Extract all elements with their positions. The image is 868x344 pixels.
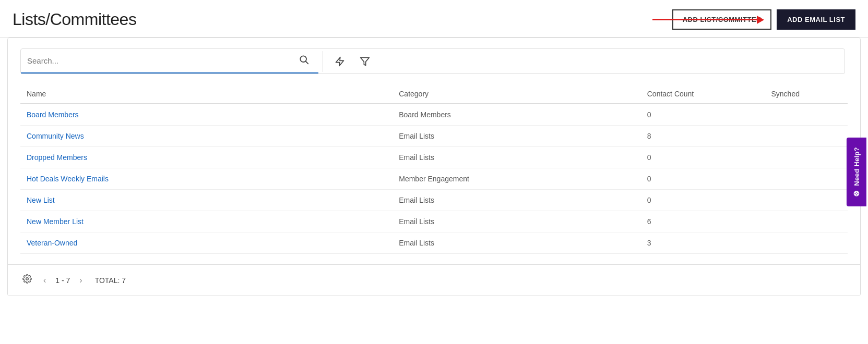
row-category-cell: Member Engagement bbox=[393, 168, 641, 190]
header-buttons: ADD LIST/COMMITTEE ADD EMAIL LIST bbox=[672, 9, 855, 30]
col-header-name: Name bbox=[20, 84, 393, 104]
svg-point-3 bbox=[26, 278, 29, 280]
search-bar-container bbox=[20, 48, 845, 74]
row-name-cell[interactable]: Community News bbox=[20, 126, 393, 147]
table-row: Community NewsEmail Lists8 bbox=[20, 126, 848, 147]
search-input-wrapper bbox=[21, 49, 318, 73]
row-synched-cell bbox=[765, 147, 848, 168]
page-title: Lists/Committees bbox=[13, 10, 136, 29]
row-name-cell[interactable]: Board Members bbox=[20, 104, 393, 126]
need-help-tab[interactable]: ⊗ Need Help? bbox=[847, 138, 866, 206]
lightning-icon bbox=[335, 56, 345, 67]
row-synched-cell bbox=[765, 190, 848, 211]
page-total: TOTAL: 7 bbox=[95, 276, 126, 285]
table-row: Hot Deals Weekly EmailsMember Engagement… bbox=[20, 168, 848, 190]
row-category-cell: Board Members bbox=[393, 104, 641, 126]
table-header-row: Name Category Contact Count Synched bbox=[20, 84, 848, 104]
search-section bbox=[8, 38, 860, 74]
row-contact-count-cell: 6 bbox=[641, 211, 765, 232]
next-page-button[interactable]: › bbox=[75, 274, 86, 287]
row-contact-count-cell: 8 bbox=[641, 126, 765, 147]
row-name-cell[interactable]: Dropped Members bbox=[20, 147, 393, 168]
lists-table: Name Category Contact Count Synched Boar… bbox=[20, 84, 848, 254]
lightning-icon-button[interactable] bbox=[327, 52, 352, 71]
table-row: New Member ListEmail Lists6 bbox=[20, 211, 848, 232]
row-synched-cell bbox=[765, 211, 848, 232]
table-row: Dropped MembersEmail Lists0 bbox=[20, 147, 848, 168]
row-contact-count-cell: 3 bbox=[641, 232, 765, 254]
filter-icon-button[interactable] bbox=[352, 52, 377, 71]
row-name-cell[interactable]: New Member List bbox=[20, 211, 393, 232]
table-row: Board MembersBoard Members0 bbox=[20, 104, 848, 126]
row-synched-cell bbox=[765, 232, 848, 254]
row-synched-cell bbox=[765, 126, 848, 147]
search-input[interactable] bbox=[27, 56, 295, 65]
row-synched-cell bbox=[765, 104, 848, 126]
col-header-contact-count: Contact Count bbox=[641, 84, 765, 104]
col-header-synched: Synched bbox=[765, 84, 848, 104]
row-category-cell: Email Lists bbox=[393, 126, 641, 147]
row-contact-count-cell: 0 bbox=[641, 104, 765, 126]
settings-icon-button[interactable] bbox=[20, 272, 34, 288]
svg-line-1 bbox=[306, 62, 308, 64]
pagination-bar: ‹ 1 - 7 › TOTAL: 7 bbox=[8, 264, 860, 296]
page-wrapper: Lists/Committees ADD LIST/COMMITTEE ADD … bbox=[0, 0, 868, 344]
add-list-committee-button[interactable]: ADD LIST/COMMITTEE bbox=[672, 9, 772, 30]
row-category-cell: Email Lists bbox=[393, 211, 641, 232]
row-name-cell[interactable]: New List bbox=[20, 190, 393, 211]
row-category-cell: Email Lists bbox=[393, 190, 641, 211]
add-email-list-button[interactable]: ADD EMAIL LIST bbox=[777, 9, 855, 30]
row-category-cell: Email Lists bbox=[393, 147, 641, 168]
row-contact-count-cell: 0 bbox=[641, 168, 765, 190]
row-contact-count-cell: 0 bbox=[641, 190, 765, 211]
filter-icon bbox=[360, 56, 370, 67]
page-header: Lists/Committees ADD LIST/COMMITTEE ADD … bbox=[0, 0, 868, 38]
table-row: Veteran-OwnedEmail Lists3 bbox=[20, 232, 848, 254]
need-help-label: Need Help? bbox=[853, 147, 861, 186]
row-category-cell: Email Lists bbox=[393, 232, 641, 254]
row-contact-count-cell: 0 bbox=[641, 147, 765, 168]
row-name-cell[interactable]: Veteran-Owned bbox=[20, 232, 393, 254]
search-icon bbox=[299, 54, 309, 65]
main-card: Name Category Contact Count Synched Boar… bbox=[7, 38, 861, 296]
gear-icon bbox=[22, 274, 32, 284]
row-synched-cell bbox=[765, 168, 848, 190]
svg-marker-2 bbox=[361, 57, 370, 65]
table-row: New ListEmail Lists0 bbox=[20, 190, 848, 211]
search-divider bbox=[323, 51, 323, 72]
page-range: 1 - 7 bbox=[55, 276, 70, 285]
prev-page-button[interactable]: ‹ bbox=[39, 274, 50, 287]
col-header-category: Category bbox=[393, 84, 641, 104]
row-name-cell[interactable]: Hot Deals Weekly Emails bbox=[20, 168, 393, 190]
help-icon: ⊗ bbox=[852, 190, 861, 197]
table-section: Name Category Contact Count Synched Boar… bbox=[8, 74, 860, 264]
search-icon-button[interactable] bbox=[295, 54, 312, 67]
